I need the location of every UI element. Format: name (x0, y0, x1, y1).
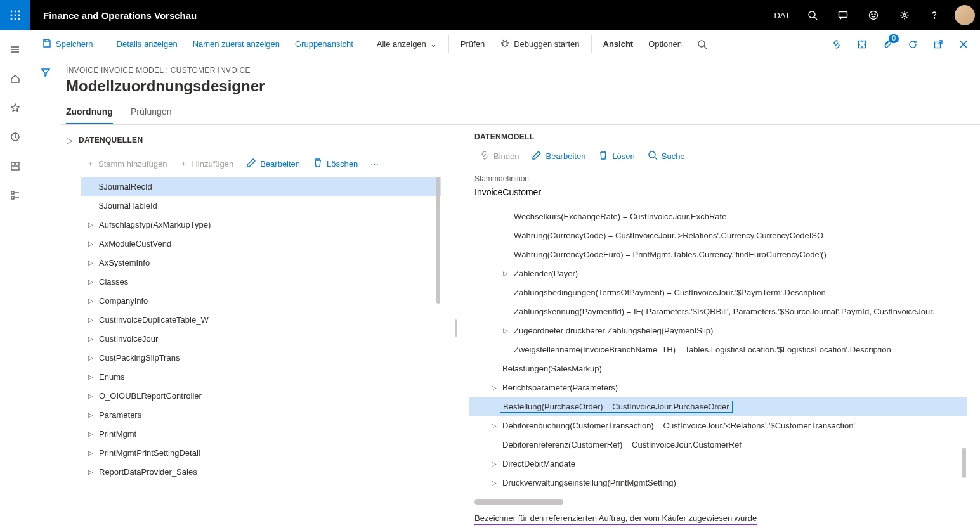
options-button[interactable]: Optionen (642, 33, 688, 56)
addin-icon[interactable] (851, 33, 873, 56)
messages-icon[interactable] (828, 0, 858, 30)
svg-rect-21 (11, 162, 15, 165)
datamodel-item[interactable]: Zweigstellenname(InvoiceBranchName_TH) =… (469, 340, 967, 359)
delete-button[interactable]: Löschen (308, 154, 363, 173)
show-names-first-button[interactable]: Namen zuerst anzeigen (186, 33, 286, 56)
datasources-header: DATENQUELLEN (79, 136, 143, 145)
datasource-item[interactable]: ▷AxModuleCustVend (81, 234, 441, 253)
debug-button[interactable]: Debuggen starten (493, 33, 585, 56)
datamodel-label: Belastungen(SalesMarkup) (500, 364, 602, 373)
modules-icon[interactable] (3, 183, 28, 208)
tab-checks[interactable]: Prüfungen (131, 101, 172, 124)
chevron-right-icon: ▷ (85, 240, 96, 247)
datasource-item[interactable]: ▷AxSystemInfo (81, 253, 441, 272)
dm-edit-button[interactable]: Bearbeiten (526, 146, 591, 165)
svg-rect-24 (11, 191, 14, 194)
datasource-item[interactable]: ▷CustPackingSlipTrans (81, 348, 441, 367)
popout-icon[interactable] (927, 33, 950, 56)
datasource-label: CustInvoiceDuplicateTable_W (96, 315, 209, 325)
dm-search-button[interactable]: Suche (643, 146, 690, 165)
close-icon[interactable] (952, 33, 975, 56)
chevron-right-icon: ▷ (85, 316, 96, 323)
user-avatar[interactable] (950, 0, 980, 30)
nav-toggle-icon[interactable] (3, 37, 28, 62)
datasource-item[interactable]: $JournalTableId (81, 196, 441, 215)
more-icon[interactable]: ⋯ (365, 154, 384, 173)
show-details-button[interactable]: Details anzeigen (110, 33, 184, 56)
left-rail (0, 30, 30, 528)
datasource-label: $JournalTableId (96, 201, 157, 210)
datasource-item[interactable]: ▷Aufschlagstyp(AxMarkupType) (81, 215, 441, 234)
datasource-item[interactable]: ▷PrintMgmt (81, 424, 441, 443)
workspaces-icon[interactable] (3, 153, 28, 179)
svg-point-0 (11, 11, 13, 13)
refresh-icon[interactable] (901, 33, 924, 56)
edit-button[interactable]: Bearbeiten (241, 154, 305, 173)
check-button[interactable]: Prüfen (454, 33, 491, 56)
datasource-label: PrintMgmt (96, 429, 136, 439)
svg-point-9 (809, 11, 815, 18)
search-icon[interactable] (797, 0, 828, 30)
datasource-item[interactable]: ▷CustInvoiceDuplicateTable_W (81, 310, 441, 329)
help-icon[interactable] (919, 0, 950, 30)
tab-mapping[interactable]: Zuordnung (66, 101, 113, 124)
svg-line-10 (814, 17, 817, 20)
datamodel-item[interactable]: ▷Debitorenbuchung(CustomerTransaction) =… (469, 416, 967, 435)
pane-splitter[interactable] (454, 129, 457, 528)
scrollbar-thumb[interactable] (436, 177, 440, 304)
chevron-down-icon: ⌄ (430, 39, 437, 49)
datasource-item[interactable]: $JournalRecId (81, 177, 441, 196)
chevron-right-icon: ▷ (85, 335, 96, 342)
datamodel-label: Zahlungsbedingungen(TermsOfPayment) = Cu… (511, 288, 826, 297)
save-button[interactable]: Speichern (36, 33, 100, 56)
view-button[interactable]: Ansicht (597, 33, 640, 56)
datasource-item[interactable]: ▷CompanyInfo (81, 291, 441, 310)
datamodel-item[interactable]: ▷Druckverwaltungseinstellung(PrintMgmtSe… (469, 473, 967, 492)
group-view-button[interactable]: Gruppenansicht (289, 33, 360, 56)
datamodel-item[interactable]: Währung(CurrencyCode) = CustInvoiceJour.… (469, 226, 967, 245)
datasource-item[interactable]: ▷Enums (81, 367, 441, 386)
datamodel-label: Zahlungskennung(PaymentId) = IF( Paramet… (511, 307, 934, 316)
home-icon[interactable] (3, 66, 28, 91)
root-definition-input[interactable] (474, 184, 576, 200)
datamodel-label: Wechselkurs(ExchangeRate) = CustInvoiceJ… (511, 212, 726, 221)
link-icon[interactable] (825, 33, 848, 56)
filter-icon[interactable] (41, 67, 51, 528)
app-launcher-button[interactable] (0, 0, 30, 30)
datamodel-label: Zweigstellenname(InvoiceBranchName_TH) =… (511, 345, 891, 354)
datamodel-item[interactable]: Bestellung(PurchaseOrder) = CustInvoiceJ… (469, 397, 967, 416)
datamodel-item[interactable]: Zahlungsbedingungen(TermsOfPayment) = Cu… (469, 283, 967, 302)
horizontal-scrollbar[interactable] (474, 499, 563, 505)
datamodel-item[interactable]: ▷Zahlender(Payer) (469, 264, 967, 283)
datasource-item[interactable]: ▷Classes (81, 272, 441, 291)
svg-rect-11 (839, 12, 847, 18)
scrollbar-thumb[interactable] (962, 448, 966, 478)
datamodel-item[interactable]: ▷Zugeordneter druckbarer Zahlungsbeleg(P… (469, 321, 967, 340)
datamodel-item[interactable]: ▷Berichtsparameter(Parameters) (469, 378, 967, 397)
recent-icon[interactable] (3, 124, 28, 150)
datasource-item[interactable]: ▷PrintMgmtPrintSettingDetail (81, 443, 441, 462)
show-all-dropdown[interactable]: Alle anzeigen⌄ (370, 33, 443, 56)
svg-point-34 (698, 41, 705, 47)
datasource-item[interactable]: ▷Parameters (81, 405, 441, 424)
datasource-item[interactable]: ▷CustInvoiceJour (81, 329, 441, 348)
unbind-button[interactable]: Lösen (593, 146, 639, 165)
datamodel-item[interactable]: Zahlungskennung(PaymentId) = IF( Paramet… (469, 302, 967, 321)
favorites-icon[interactable] (3, 95, 28, 120)
svg-point-4 (15, 15, 16, 16)
datamodel-label: Währung(CurrencyCode) = CustInvoiceJour.… (511, 231, 823, 240)
datasource-item[interactable]: ▷O_OIOUBLReportController (81, 386, 441, 405)
datamodel-item[interactable]: Währung(CurrencyCodeEuro) = PrintMgmt.Ta… (469, 245, 967, 264)
datasource-item[interactable]: ▷ReportDataProvider_Sales (81, 462, 441, 481)
feedback-icon[interactable] (858, 0, 889, 30)
company-picker[interactable]: DAT (767, 0, 797, 30)
datamodel-item[interactable]: ▷DirectDebitMandate (469, 454, 967, 473)
attachments-button[interactable]: 0 (876, 33, 899, 56)
settings-icon[interactable] (889, 0, 919, 30)
datamodel-item[interactable]: Debitorenreferenz(CustomerRef) = CustInv… (469, 435, 967, 454)
collapse-datasources-icon[interactable]: ▷ (61, 136, 79, 145)
cmdbar-search-icon[interactable] (691, 33, 714, 56)
datamodel-item[interactable]: Belastungen(SalesMarkup) (469, 359, 967, 378)
svg-point-6 (11, 18, 13, 20)
datamodel-item[interactable]: Wechselkurs(ExchangeRate) = CustInvoiceJ… (469, 207, 967, 226)
